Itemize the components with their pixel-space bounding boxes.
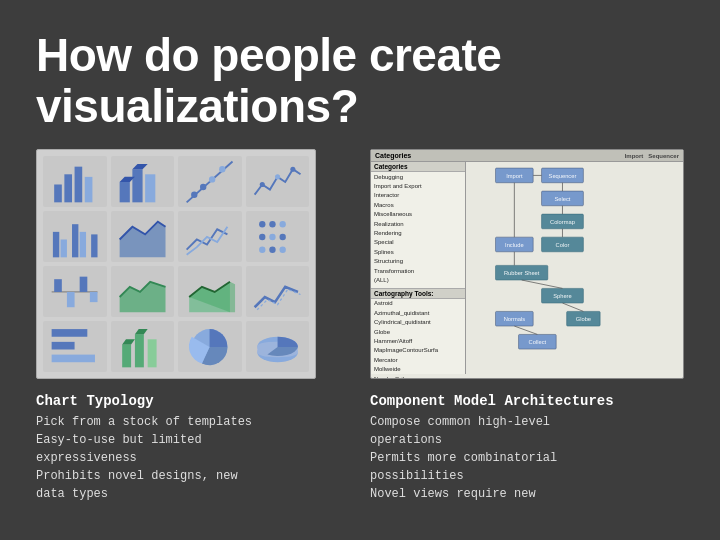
operations-text: operations [370, 433, 442, 447]
slide: How do people create visualizations? [0, 0, 720, 540]
flowchart-svg: Import Sequencer Select Colormap [470, 166, 679, 370]
svg-marker-47 [135, 329, 148, 334]
svg-rect-4 [119, 182, 129, 202]
svg-text:Rubber Sheet: Rubber Sheet [504, 270, 540, 276]
svg-line-79 [522, 280, 563, 288]
screenshot-left-panel: Categories Debugging Import and Export I… [371, 162, 466, 374]
svg-point-13 [219, 166, 225, 172]
svg-rect-1 [65, 174, 73, 202]
svg-rect-20 [80, 232, 86, 257]
svg-text:Select: Select [554, 196, 570, 202]
svg-rect-18 [61, 239, 67, 257]
svg-rect-21 [91, 234, 97, 257]
title-area: How do people create visualizations? [36, 30, 684, 131]
chart-grid [36, 149, 316, 379]
chart-icon-bar-3d [111, 156, 175, 207]
svg-point-26 [259, 233, 265, 239]
svg-rect-43 [122, 344, 131, 367]
svg-point-31 [279, 246, 285, 252]
svg-rect-2 [75, 166, 83, 202]
chart-icon-dot-grid [246, 211, 310, 262]
svg-point-30 [269, 246, 275, 252]
svg-point-29 [259, 246, 265, 252]
screenshot-header: Categories Import Sequencer [371, 150, 683, 162]
svg-rect-6 [145, 174, 155, 202]
chart-icon-area-3d [111, 211, 175, 262]
svg-text:Include: Include [505, 242, 524, 248]
svg-rect-41 [52, 342, 75, 350]
svg-point-16 [290, 166, 295, 171]
chart-icon-bar-group [43, 211, 107, 262]
svg-rect-40 [52, 329, 88, 337]
svg-text:Globe: Globe [576, 316, 591, 322]
svg-text:Collect: Collect [529, 339, 547, 345]
svg-point-10 [191, 191, 197, 197]
svg-point-24 [269, 221, 275, 227]
chart-icon-scatter [178, 156, 242, 207]
chart-icon-pie-3d [246, 321, 310, 372]
svg-point-25 [279, 221, 285, 227]
left-section-title: Chart Typology [36, 393, 346, 409]
screenshot-body: Categories Debugging Import and Export I… [371, 162, 683, 374]
component-screenshot: Categories Import Sequencer Categories D… [370, 149, 684, 379]
svg-point-14 [259, 182, 264, 187]
left-column: Chart Typology Pick from a stock of temp… [36, 149, 346, 520]
svg-rect-34 [67, 292, 75, 307]
svg-marker-37 [119, 281, 165, 312]
svg-marker-22 [119, 221, 165, 257]
right-text-section: Component Model Architectures Compose co… [370, 393, 684, 520]
svg-point-11 [200, 184, 206, 190]
chart-icon-bar-up [43, 156, 107, 207]
svg-rect-3 [85, 177, 93, 202]
chart-icon-area-3d-green [178, 266, 242, 317]
svg-rect-45 [147, 339, 156, 367]
right-column: Categories Import Sequencer Categories D… [370, 149, 684, 520]
svg-point-15 [275, 174, 280, 179]
svg-text:Import: Import [506, 173, 523, 179]
svg-rect-35 [80, 276, 88, 291]
svg-point-27 [269, 233, 275, 239]
chart-icon-bar-neg [43, 266, 107, 317]
left-text-section: Chart Typology Pick from a stock of temp… [36, 393, 346, 503]
chart-icon-line-3d [246, 266, 310, 317]
svg-text:Sphere: Sphere [553, 293, 572, 299]
svg-line-80 [562, 303, 583, 311]
chart-icon-line-multi [178, 211, 242, 262]
svg-text:Normals: Normals [504, 316, 526, 322]
left-section-body: Pick from a stock of templates Easy-to-u… [36, 413, 346, 503]
svg-text:Colormap: Colormap [550, 219, 575, 225]
svg-rect-17 [53, 232, 59, 257]
svg-rect-42 [52, 354, 95, 362]
screenshot-right-panel: Import Sequencer Select Colormap [466, 162, 683, 374]
svg-rect-44 [135, 334, 144, 367]
content-row: Chart Typology Pick from a stock of temp… [36, 149, 684, 520]
chart-icon-bar-3d-green [111, 321, 175, 372]
svg-rect-0 [54, 184, 62, 202]
svg-rect-5 [132, 169, 142, 202]
svg-rect-36 [90, 292, 98, 302]
svg-point-23 [259, 221, 265, 227]
right-section-title: Component Model Architectures [370, 393, 684, 409]
svg-text:Color: Color [556, 242, 570, 248]
slide-title: How do people create visualizations? [36, 30, 684, 131]
svg-rect-19 [72, 224, 78, 257]
svg-rect-33 [54, 279, 62, 292]
right-section-body: Compose common high-level operations Per… [370, 413, 684, 503]
svg-point-28 [279, 233, 285, 239]
svg-point-12 [209, 176, 215, 182]
chart-icon-scatter-wave [246, 156, 310, 207]
svg-marker-8 [132, 164, 147, 169]
chart-icon-bar-horiz [43, 321, 107, 372]
svg-marker-46 [122, 339, 135, 344]
chart-icon-area-green [111, 266, 175, 317]
svg-line-81 [514, 326, 537, 334]
svg-text:Sequencer: Sequencer [549, 173, 577, 179]
chart-icon-pie [178, 321, 242, 372]
